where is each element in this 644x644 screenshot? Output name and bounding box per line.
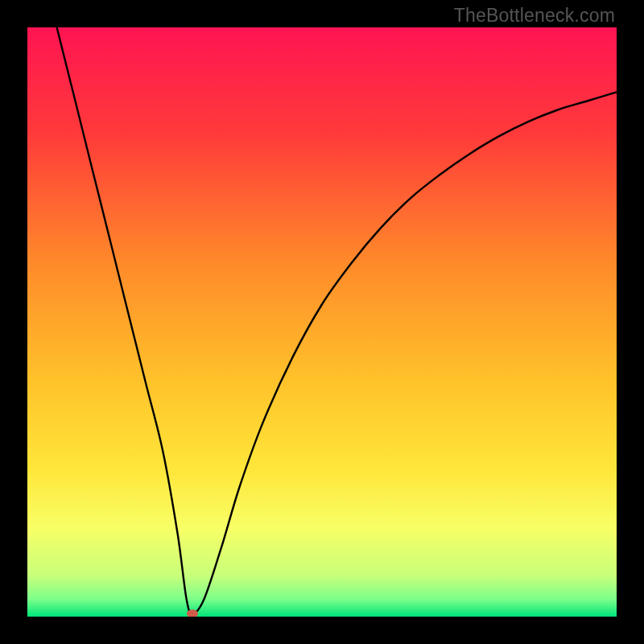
chart-frame	[27, 27, 617, 617]
bottleneck-chart	[27, 27, 617, 617]
chart-background	[27, 27, 617, 617]
brand-watermark: TheBottleneck.com	[454, 5, 615, 27]
